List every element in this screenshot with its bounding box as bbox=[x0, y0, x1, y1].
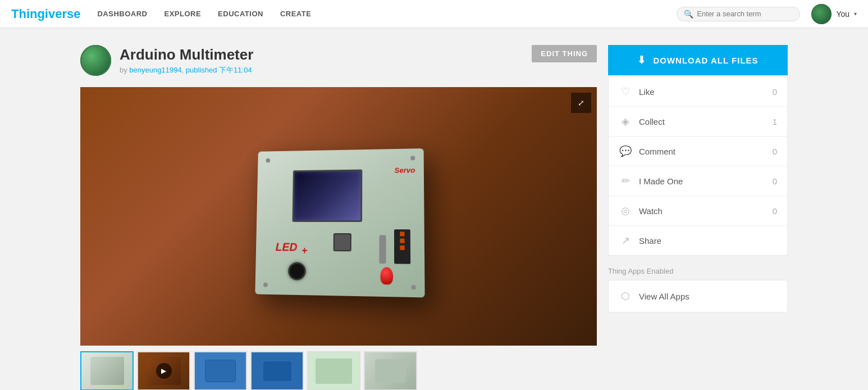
comment-icon: 💬 bbox=[619, 144, 632, 158]
thumbnail-6[interactable] bbox=[364, 351, 417, 390]
author-name[interactable]: benyeung11994 bbox=[129, 66, 181, 74]
logo[interactable]: Thingiverse bbox=[11, 7, 80, 21]
thing-header-left: Arduino Multimeter by benyeung11994, pub… bbox=[80, 45, 253, 76]
collect-icon: ◈ bbox=[619, 115, 632, 128]
thing-avatar bbox=[80, 45, 111, 76]
action-list: ♡ Like 0 ◈ Collect 1 💬 Comment 0 ✏ I Mad… bbox=[608, 76, 788, 256]
watch-icon: ◎ bbox=[619, 204, 632, 217]
nav-create[interactable]: CREATE bbox=[280, 10, 311, 18]
nav-dashboard[interactable]: DASHBOARD bbox=[97, 10, 147, 18]
like-count: 0 bbox=[766, 87, 777, 97]
collect-label: Collect bbox=[639, 117, 759, 126]
download-label: DOWNLOAD ALL FILES bbox=[653, 56, 758, 65]
right-sidebar: ⬇ DOWNLOAD ALL FILES ♡ Like 0 ◈ Collect … bbox=[608, 45, 788, 390]
main-image-container: LED + Servo bbox=[80, 87, 597, 346]
thing-header: Arduino Multimeter by benyeung11994, pub… bbox=[80, 45, 597, 76]
thumbnails: ▶ bbox=[80, 351, 597, 390]
download-icon: ⬇ bbox=[637, 54, 646, 66]
imadeone-count: 0 bbox=[766, 176, 777, 186]
comment-label: Comment bbox=[639, 147, 759, 156]
action-like[interactable]: ♡ Like 0 bbox=[609, 77, 787, 107]
thumbnail-4[interactable] bbox=[250, 351, 304, 390]
like-label: Like bbox=[639, 87, 759, 97]
imadeone-label: I Made One bbox=[639, 176, 759, 186]
play-icon: ▶ bbox=[156, 363, 172, 379]
search-input[interactable] bbox=[697, 10, 793, 18]
thumbnail-5[interactable] bbox=[307, 351, 360, 390]
action-watch[interactable]: ◎ Watch 0 bbox=[609, 196, 787, 226]
comment-count: 0 bbox=[766, 147, 777, 156]
main-image: LED + Servo bbox=[80, 87, 597, 346]
thing-author: by benyeung11994, published 下午11:04 bbox=[120, 65, 253, 75]
edit-thing-button[interactable]: EDIT THING bbox=[532, 45, 597, 62]
action-comment[interactable]: 💬 Comment 0 bbox=[609, 137, 787, 166]
download-all-files-button[interactable]: ⬇ DOWNLOAD ALL FILES bbox=[608, 45, 788, 75]
main-nav: DASHBOARD EXPLORE EDUCATION CREATE bbox=[97, 10, 677, 18]
thing-apps-title: Thing Apps Enabled bbox=[608, 267, 788, 275]
avatar bbox=[811, 4, 832, 24]
share-icon: ↗ bbox=[619, 234, 632, 247]
apps-cube-icon: ⬡ bbox=[619, 289, 632, 303]
collect-count: 1 bbox=[766, 117, 777, 126]
thumbnail-2[interactable]: ▶ bbox=[137, 351, 190, 390]
nav-explore[interactable]: EXPLORE bbox=[164, 10, 201, 18]
thing-title: Arduino Multimeter bbox=[120, 46, 253, 64]
user-menu[interactable]: You ▾ bbox=[811, 4, 857, 24]
header: Thingiverse DASHBOARD EXPLORE EDUCATION … bbox=[0, 0, 868, 28]
watch-count: 0 bbox=[766, 206, 777, 216]
published-date: published 下午11:04 bbox=[186, 66, 252, 74]
left-section: Arduino Multimeter by benyeung11994, pub… bbox=[80, 45, 597, 390]
chevron-down-icon: ▾ bbox=[854, 11, 857, 17]
expand-button[interactable]: ⤢ bbox=[571, 93, 591, 113]
action-share[interactable]: ↗ Share bbox=[609, 226, 787, 255]
nav-education[interactable]: EDUCATION bbox=[218, 10, 263, 18]
apps-box: ⬡ View All Apps bbox=[608, 280, 788, 312]
thing-title-block: Arduino Multimeter by benyeung11994, pub… bbox=[120, 46, 253, 75]
share-label: Share bbox=[639, 236, 759, 246]
imadeone-icon: ✏ bbox=[619, 174, 632, 188]
thing-apps-section: Thing Apps Enabled ⬡ View All Apps bbox=[608, 267, 788, 312]
action-collect[interactable]: ◈ Collect 1 bbox=[609, 107, 787, 137]
username-label: You bbox=[836, 10, 849, 19]
thumbnail-3[interactable] bbox=[194, 351, 247, 390]
heart-icon: ♡ bbox=[619, 85, 632, 98]
search-icon: 🔍 bbox=[684, 10, 693, 19]
main-content: Arduino Multimeter by benyeung11994, pub… bbox=[69, 28, 799, 390]
thumbnail-1[interactable] bbox=[80, 351, 134, 390]
search-bar: 🔍 bbox=[677, 7, 800, 21]
action-imadeone[interactable]: ✏ I Made One 0 bbox=[609, 166, 787, 196]
watch-label: Watch bbox=[639, 206, 759, 216]
view-all-apps-label: View All Apps bbox=[639, 292, 689, 301]
view-all-apps-item[interactable]: ⬡ View All Apps bbox=[609, 280, 787, 312]
